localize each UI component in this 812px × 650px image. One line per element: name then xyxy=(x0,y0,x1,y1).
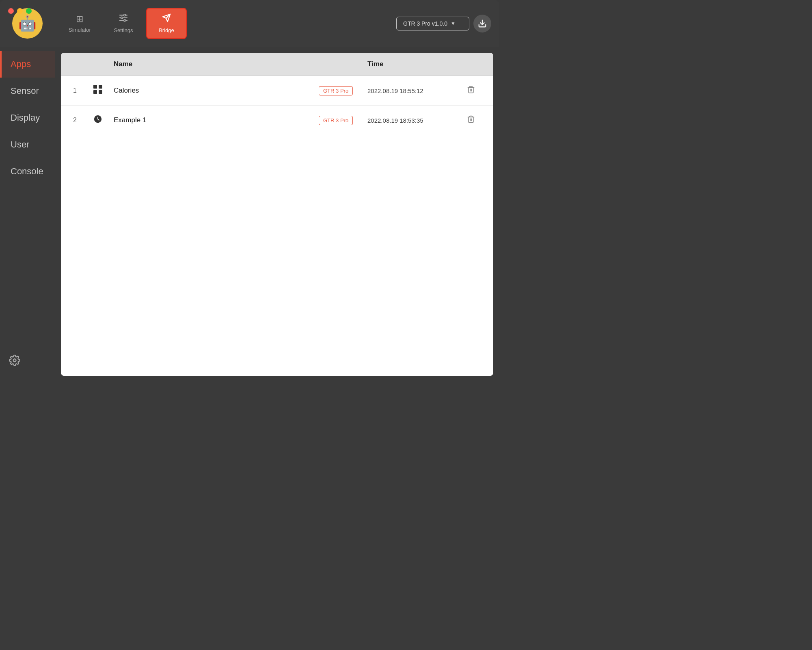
tab-simulator[interactable]: ⊞ Simulator xyxy=(59,9,101,38)
svg-point-7 xyxy=(13,359,16,362)
content-area: Name Time 1 Calories GT xyxy=(61,53,493,376)
sidebar-item-apps[interactable]: Apps xyxy=(0,51,55,78)
sidebar: Apps Sensor Display User Console xyxy=(0,47,55,382)
bridge-icon xyxy=(162,13,171,25)
device-dropdown[interactable]: GTR 3 Pro v1.0.0 ▼ xyxy=(396,17,469,30)
col-name-header: Name xyxy=(114,60,319,68)
minimize-button[interactable] xyxy=(17,8,23,14)
delete-button-1[interactable] xyxy=(467,85,475,96)
row-time-1: 2022.08.19 18:55:12 xyxy=(367,87,461,94)
row-tag-2: GTR 3 Pro xyxy=(319,116,367,125)
svg-rect-9 xyxy=(99,85,102,89)
device-selector: GTR 3 Pro v1.0.0 ▼ xyxy=(396,15,491,32)
tab-bridge[interactable]: Bridge xyxy=(146,8,187,39)
row-name-1: Calories xyxy=(114,87,319,95)
tab-simulator-label: Simulator xyxy=(69,27,91,33)
traffic-lights xyxy=(8,8,32,14)
svg-point-5 xyxy=(123,20,125,22)
app-icon-grid xyxy=(93,85,114,96)
sidebar-label-display: Display xyxy=(11,113,40,123)
row-num-2: 2 xyxy=(73,117,93,124)
tag-badge-1: GTR 3 Pro xyxy=(319,86,353,95)
svg-rect-14 xyxy=(469,117,473,122)
sidebar-item-console[interactable]: Console xyxy=(0,158,55,185)
sidebar-label-sensor: Sensor xyxy=(11,86,39,96)
app-icon-clock xyxy=(93,115,114,126)
nav-tabs: ⊞ Simulator Settings xyxy=(59,8,396,39)
row-name-2: Example 1 xyxy=(114,116,319,124)
sidebar-label-user: User xyxy=(11,139,29,150)
table-row: 2 Example 1 GTR 3 Pro 2022.08.19 18:53:3… xyxy=(61,106,493,135)
sidebar-label-apps: Apps xyxy=(11,59,31,69)
table-header: Name Time xyxy=(61,53,493,76)
sidebar-label-console: Console xyxy=(11,166,43,177)
maximize-button[interactable] xyxy=(26,8,32,14)
device-label: GTR 3 Pro v1.0.0 xyxy=(403,20,447,27)
svg-rect-8 xyxy=(93,85,97,89)
download-button[interactable] xyxy=(473,15,491,32)
row-num-1: 1 xyxy=(73,87,93,94)
col-time-header: Time xyxy=(367,60,461,68)
sidebar-item-sensor[interactable]: Sensor xyxy=(0,78,55,104)
row-action-1 xyxy=(461,85,481,96)
sidebar-item-user[interactable]: User xyxy=(0,131,55,158)
sidebar-spacer xyxy=(0,185,55,346)
table-row: 1 Calories GTR 3 Pro 2022.08.19 18:55:12 xyxy=(61,76,493,106)
sidebar-settings-button[interactable] xyxy=(0,346,55,378)
row-tag-1: GTR 3 Pro xyxy=(319,86,367,95)
simulator-icon: ⊞ xyxy=(76,14,83,24)
tab-settings-label: Settings xyxy=(114,27,133,33)
sidebar-item-display[interactable]: Display xyxy=(0,104,55,131)
delete-button-2[interactable] xyxy=(467,115,475,126)
table-body: 1 Calories GTR 3 Pro 2022.08.19 18:55:12 xyxy=(61,76,493,376)
tab-bridge-label: Bridge xyxy=(159,27,174,33)
svg-point-3 xyxy=(123,14,125,16)
main-layout: Apps Sensor Display User Console Name xyxy=(0,47,499,382)
svg-rect-10 xyxy=(93,90,97,94)
row-action-2 xyxy=(461,115,481,126)
svg-point-4 xyxy=(121,17,123,19)
svg-rect-12 xyxy=(469,87,473,93)
row-time-2: 2022.08.19 18:53:35 xyxy=(367,117,461,124)
title-bar: 🤖 ⊞ Simulator Settings xyxy=(0,0,499,47)
chevron-down-icon: ▼ xyxy=(451,21,456,26)
svg-rect-11 xyxy=(99,90,102,94)
tag-badge-2: GTR 3 Pro xyxy=(319,116,353,125)
tab-settings[interactable]: Settings xyxy=(103,9,144,38)
close-button[interactable] xyxy=(8,8,14,14)
settings-tab-icon xyxy=(119,13,128,25)
